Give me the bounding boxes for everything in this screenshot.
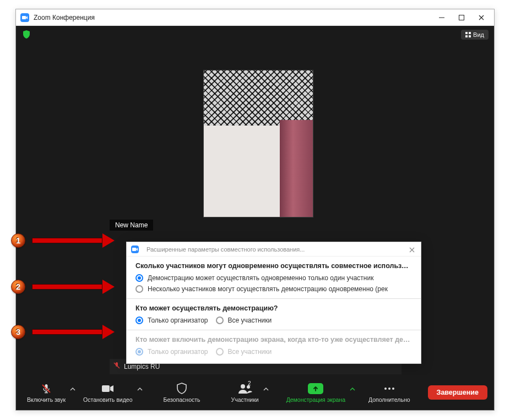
zoom-logo-icon <box>131 246 139 253</box>
secondary-participant-name: Lumpics RU <box>124 363 160 370</box>
svg-rect-4 <box>469 35 471 37</box>
zoom-logo-icon <box>20 13 29 22</box>
encryption-shield-icon[interactable] <box>21 30 31 40</box>
minimize-button[interactable] <box>438 14 446 21</box>
top-strip: Вид <box>16 26 494 43</box>
annotation-marker-2: 2 <box>11 280 25 294</box>
app-window: Zoom Конференция Вид New Name <box>15 9 495 411</box>
meeting-content: Вид New Name Lumpics RU Расширенные пара… <box>16 26 494 410</box>
section1-title: Сколько участников могут одновременно ос… <box>135 262 412 270</box>
annotation-marker-1: 1 <box>11 233 25 248</box>
radio-who-host-label: Только организатор <box>148 317 208 324</box>
share-caret[interactable] <box>350 383 359 402</box>
view-label: Вид <box>473 31 484 38</box>
muted-mic-icon <box>113 362 121 372</box>
svg-rect-1 <box>465 32 468 34</box>
mic-muted-icon <box>40 383 52 395</box>
svg-point-8 <box>384 388 387 390</box>
view-button[interactable]: Вид <box>461 30 489 40</box>
participants-caret[interactable] <box>263 383 272 402</box>
more-button[interactable]: Дополнительно <box>364 380 415 405</box>
window-title: Zoom Конференция <box>34 14 438 21</box>
radio-many-sharers[interactable] <box>135 285 143 293</box>
radio-start-all-label: Все участники <box>228 348 272 356</box>
svg-rect-2 <box>469 32 471 34</box>
participant-video[interactable] <box>203 70 313 217</box>
svg-point-10 <box>392 388 394 390</box>
svg-rect-0 <box>459 15 464 20</box>
radio-start-host-label: Только организатор <box>148 348 208 356</box>
section2-title: Кто может осуществлять демонстрацию? <box>135 304 412 312</box>
titlebar: Zoom Конференция <box>16 9 494 26</box>
radio-who-all[interactable] <box>216 317 224 324</box>
shield-icon <box>176 383 187 395</box>
more-label: Дополнительно <box>368 396 410 403</box>
security-button[interactable]: Безопасность <box>159 380 205 405</box>
divider <box>127 298 421 299</box>
advanced-sharing-dialog: Расширенные параметры совместного исполь… <box>126 242 421 364</box>
radio-many-sharers-label: Несколько участников могут осуществлять … <box>148 285 388 293</box>
participants-count: 2 <box>248 380 251 386</box>
share-screen-button[interactable]: Демонстрация экрана <box>282 380 350 405</box>
mute-label: Включить звук <box>27 396 66 403</box>
security-label: Безопасность <box>164 396 200 403</box>
divider <box>127 330 421 330</box>
maximize-button[interactable] <box>458 14 465 21</box>
radio-who-all-label: Все участники <box>228 317 272 324</box>
mute-caret[interactable] <box>70 383 79 402</box>
section3-title: Кто может включить демонстрацию экрана, … <box>135 336 412 343</box>
share-label: Демонстрация экрана <box>286 396 345 403</box>
camera-icon <box>101 383 115 395</box>
radio-one-sharer[interactable] <box>135 274 143 282</box>
grid-icon <box>465 32 471 37</box>
svg-point-9 <box>388 388 390 390</box>
participant-name-badge: New Name <box>110 220 153 231</box>
radio-who-host[interactable] <box>135 317 143 324</box>
svg-rect-5 <box>102 385 110 392</box>
svg-point-6 <box>241 384 245 389</box>
close-button[interactable] <box>478 14 485 21</box>
more-icon <box>383 383 395 395</box>
video-caret[interactable] <box>137 383 146 402</box>
dialog-close-button[interactable] <box>409 246 416 253</box>
dialog-title: Расширенные параметры совместного исполь… <box>147 246 409 253</box>
participants-button[interactable]: 2 Участники <box>227 380 263 405</box>
radio-one-sharer-label: Демонстрацию может осуществлять одноврем… <box>148 274 373 282</box>
participants-label: Участники <box>231 396 259 403</box>
radio-start-all <box>216 348 224 356</box>
dialog-header: Расширенные параметры совместного исполь… <box>127 242 421 257</box>
annotation-marker-3: 3 <box>11 325 25 339</box>
video-label: Остановить видео <box>83 396 132 403</box>
mute-button[interactable]: Включить звук <box>23 380 70 405</box>
end-meeting-button[interactable]: Завершение <box>428 385 487 400</box>
meeting-toolbar: Включить звук Остановить видео Безопасно… <box>16 375 494 410</box>
svg-rect-3 <box>465 35 468 37</box>
radio-start-host <box>135 348 143 356</box>
video-button[interactable]: Остановить видео <box>79 380 137 405</box>
share-arrow-icon <box>308 383 323 394</box>
